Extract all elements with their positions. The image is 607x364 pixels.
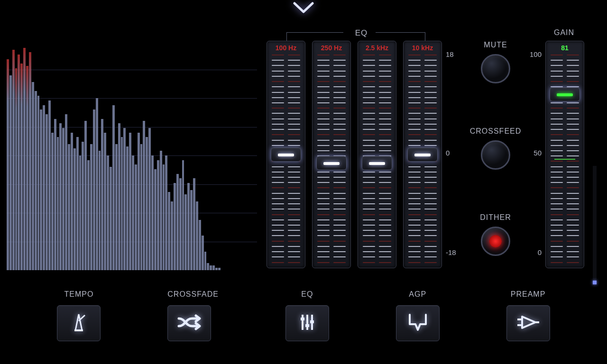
gain-scale-mid: 50 (533, 149, 542, 157)
crossfeed-label: CROSSFEED (465, 127, 526, 136)
spectrum-analyzer (7, 41, 257, 270)
bottom-label: EQ (285, 290, 329, 299)
expand-chevron[interactable] (289, 0, 318, 19)
bottom-label: CROSSFADE (167, 290, 219, 299)
mute-block: MUTE (465, 41, 526, 83)
gain-scale-bot: 0 (538, 248, 542, 256)
sliders-button[interactable] (285, 305, 329, 341)
eq-fader-2[interactable]: 2.5 kHz (358, 41, 396, 268)
agp-icon (407, 312, 429, 335)
bottom-label: TEMPO (57, 290, 101, 299)
eq-fader-1[interactable]: 250 Hz (312, 41, 351, 268)
dither-knob[interactable] (481, 227, 510, 256)
bottom-label: AGP (396, 290, 440, 299)
bottom-toolbar: TEMPOCROSSFADEEQAGPPREAMP (0, 282, 607, 349)
crossfeed-knob[interactable] (481, 140, 510, 170)
mute-label: MUTE (465, 41, 526, 49)
bottom-item-sliders: EQ (285, 290, 329, 341)
eq-scale-mid: 0 (446, 149, 450, 157)
eq-freq-label: 250 Hz (313, 44, 350, 52)
gain-heading: GAIN (554, 28, 574, 37)
svg-rect-7 (310, 320, 314, 323)
bottom-item-shuffle: CROSSFADE (167, 290, 219, 341)
gain-handle[interactable] (550, 87, 580, 101)
metronome-button[interactable] (57, 305, 101, 341)
preamp-button[interactable] (506, 305, 550, 341)
dither-label: DITHER (465, 213, 526, 222)
sliders-icon (297, 312, 318, 335)
level-meter (593, 166, 597, 284)
eq-handle[interactable] (362, 156, 392, 170)
eq-handle[interactable] (271, 147, 301, 162)
gain-fader[interactable]: 81 (545, 41, 584, 268)
eq-handle[interactable] (407, 147, 438, 162)
eq-freq-label: 100 Hz (267, 44, 305, 52)
crossfeed-block: CROSSFEED (465, 127, 526, 170)
bottom-item-metronome: TEMPO (57, 290, 101, 341)
gain-value: 81 (546, 44, 584, 52)
eq-scale-bot: -18 (446, 248, 456, 256)
gain-section: GAIN 100 50 0 81 (525, 24, 601, 275)
metronome-icon (68, 311, 90, 335)
bottom-item-preamp: PREAMP (506, 290, 550, 341)
mute-knob[interactable] (481, 54, 510, 83)
bottom-label: PREAMP (506, 290, 550, 299)
eq-handle[interactable] (316, 156, 347, 170)
knob-column: MUTE CROSSFEED DITHER (465, 24, 526, 275)
svg-rect-1 (74, 329, 83, 331)
svg-rect-6 (305, 324, 309, 327)
preamp-icon (516, 313, 540, 334)
eq-bracket-right (376, 32, 425, 41)
bottom-item-agp: AGP (396, 290, 440, 341)
eq-fader-0[interactable]: 100 Hz (267, 41, 305, 268)
eq-freq-label: 2.5 kHz (358, 44, 396, 52)
gain-scale-top: 100 (530, 50, 542, 58)
eq-scale: 18 0 -18 (446, 41, 460, 270)
eq-section: EQ 100 Hz250 Hz2.5 kHz10 kHz 18 0 -18 (267, 24, 456, 275)
eq-fader-3[interactable]: 10 kHz (403, 41, 442, 268)
shuffle-icon (177, 313, 202, 334)
dither-block: DITHER (465, 213, 526, 256)
gain-scale: 100 50 0 (525, 41, 543, 270)
eq-scale-top: 18 (446, 50, 454, 58)
shuffle-button[interactable] (167, 305, 211, 341)
eq-bracket-left (286, 32, 343, 41)
eq-freq-label: 10 kHz (404, 44, 441, 52)
svg-rect-5 (301, 318, 304, 320)
chevron-down-icon (292, 1, 315, 18)
agp-button[interactable] (396, 305, 440, 341)
